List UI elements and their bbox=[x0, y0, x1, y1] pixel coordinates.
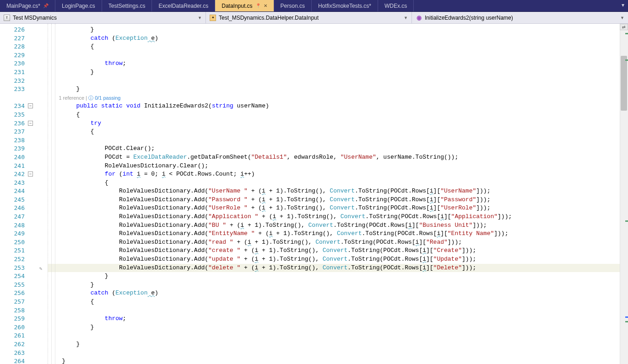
code-line[interactable]: catch (Exception e) bbox=[48, 289, 628, 298]
line-number: 252 bbox=[0, 255, 36, 264]
code-line[interactable]: for (int i = 0; i < POCdt.Rows.Count; i+… bbox=[48, 170, 628, 179]
line-number: 261 bbox=[0, 332, 36, 340]
line-number: 240 bbox=[0, 153, 36, 162]
code-line[interactable] bbox=[48, 51, 628, 60]
code-line[interactable]: RoleValuesDictionary.Add("read " + (i + … bbox=[48, 238, 628, 247]
code-line[interactable]: { bbox=[48, 128, 628, 136]
code-line[interactable] bbox=[48, 349, 628, 358]
code-line[interactable]: } bbox=[48, 85, 628, 94]
code-line[interactable]: } bbox=[48, 281, 628, 289]
line-number: 235 bbox=[0, 111, 36, 119]
code-line[interactable]: RoleValuesDictionary.Clear(); bbox=[48, 162, 628, 171]
code-line[interactable]: RoleValuesDictionary.Add("UserRole " + (… bbox=[48, 204, 628, 213]
line-number: 254 bbox=[0, 272, 36, 281]
line-number: 227 bbox=[0, 34, 36, 43]
line-number: 259 bbox=[0, 315, 36, 323]
code-line[interactable]: } bbox=[48, 323, 628, 332]
code-line[interactable]: RoleValuesDictionary.Add("Password " + (… bbox=[48, 196, 628, 204]
chevron-down-icon[interactable]: ▼ bbox=[404, 16, 408, 20]
code-line[interactable]: RoleValuesDictionary.Add("EntityName " +… bbox=[48, 230, 628, 238]
code-line[interactable]: } bbox=[48, 272, 628, 281]
pin-icon[interactable]: 📌 bbox=[43, 3, 49, 8]
code-line[interactable]: } bbox=[48, 68, 628, 77]
file-tab-bar: MainPage.cs*📌 LoginPage.cs TestSettings.… bbox=[0, 0, 628, 12]
tab-wdex[interactable]: WDEx.cs bbox=[378, 0, 414, 11]
code-line[interactable]: } bbox=[48, 340, 628, 349]
line-number: 249 bbox=[0, 230, 36, 238]
nav-class-dropdown[interactable]: ✦ Test_MSDynamics.DataHelper.DataInput ▼ bbox=[206, 12, 412, 23]
line-number: 241 bbox=[0, 162, 36, 171]
code-line[interactable]: POCdt = ExcelDataReader.getDataFromSheet… bbox=[48, 153, 628, 162]
code-line[interactable]: RoleValuesDictionary.Add("delete " + (i … bbox=[48, 264, 628, 273]
line-number: 247 bbox=[0, 213, 36, 221]
code-line[interactable]: RoleValuesDictionary.Add("create " + (i … bbox=[48, 246, 628, 255]
line-number: 236− bbox=[0, 119, 36, 128]
project-icon: T bbox=[4, 15, 10, 21]
scrollbar-thumb[interactable] bbox=[621, 56, 627, 111]
code-line[interactable]: { bbox=[48, 298, 628, 306]
line-number: 228 bbox=[0, 43, 36, 51]
code-line[interactable]: public static void InitializeEdwards2(st… bbox=[48, 102, 628, 111]
code-line[interactable]: RoleValuesDictionary.Add("BU " + (i + 1)… bbox=[48, 221, 628, 230]
code-line[interactable]: throw; bbox=[48, 315, 628, 323]
tab-overflow-button[interactable]: ▾ bbox=[618, 0, 628, 11]
nav-member-dropdown[interactable]: ◉ InitializeEdwards2(string userName) ▼ bbox=[412, 12, 628, 23]
line-number: 260 bbox=[0, 323, 36, 332]
line-number: 253✎ bbox=[0, 264, 36, 273]
vertical-scrollbar[interactable] bbox=[620, 24, 628, 364]
fold-toggle[interactable]: − bbox=[28, 121, 33, 126]
line-number: 234− bbox=[0, 102, 36, 111]
line-number: 244 bbox=[0, 187, 36, 196]
line-number: 246 bbox=[0, 204, 36, 213]
code-line[interactable]: try bbox=[48, 119, 628, 128]
code-area[interactable]: } catch (Exception e) { throw; } } 1 ref… bbox=[36, 24, 628, 364]
tab-exceldatareader[interactable]: ExcelDataReader.cs bbox=[152, 0, 215, 11]
nav-project-label: Test MSDynamics bbox=[13, 15, 57, 21]
code-line[interactable]: RoleValuesDictionary.Add("Application " … bbox=[48, 213, 628, 221]
line-number-gutter: 226227228229230231232233234−235236−23723… bbox=[0, 24, 36, 364]
code-line[interactable] bbox=[48, 136, 628, 145]
code-line[interactable]: RoleValuesDictionary.Add("update " + (i … bbox=[48, 255, 628, 264]
code-line[interactable]: catch (Exception e) bbox=[48, 34, 628, 43]
tab-datainput[interactable]: DataInput.cs📍✕ bbox=[215, 0, 274, 11]
line-number: 262 bbox=[0, 340, 36, 349]
code-line[interactable]: { bbox=[48, 111, 628, 119]
line-number: 233 bbox=[0, 85, 36, 94]
code-line[interactable]: { bbox=[48, 179, 628, 187]
line-number: 239 bbox=[0, 145, 36, 153]
code-line[interactable] bbox=[48, 332, 628, 340]
line-number: 264 bbox=[0, 357, 36, 364]
tab-loginpage[interactable]: LoginPage.cs bbox=[55, 0, 102, 11]
line-number: 230 bbox=[0, 59, 36, 68]
code-line[interactable]: 1 reference | ⓘ 0/1 passing bbox=[48, 94, 628, 102]
line-number: 251 bbox=[0, 246, 36, 255]
split-editor-button[interactable]: ⇄ bbox=[620, 24, 628, 30]
fold-toggle[interactable]: − bbox=[28, 103, 33, 108]
line-number: 263 bbox=[0, 349, 36, 358]
nav-project-dropdown[interactable]: T Test MSDynamics ▼ bbox=[0, 12, 206, 23]
code-line[interactable]: } bbox=[48, 357, 628, 364]
chevron-down-icon[interactable]: ▼ bbox=[198, 16, 202, 20]
code-line[interactable] bbox=[48, 306, 628, 315]
line-number: 256 bbox=[0, 289, 36, 298]
pin-icon[interactable]: 📍 bbox=[255, 3, 261, 8]
code-line[interactable]: RoleValuesDictionary.Add("UserName " + (… bbox=[48, 187, 628, 196]
line-number: 226 bbox=[0, 26, 36, 34]
tab-person[interactable]: Person.cs bbox=[274, 0, 312, 11]
code-line[interactable]: throw; bbox=[48, 59, 628, 68]
line-number: 257 bbox=[0, 298, 36, 306]
close-icon[interactable]: ✕ bbox=[264, 3, 267, 8]
method-icon: ◉ bbox=[416, 15, 422, 21]
code-line[interactable]: { bbox=[48, 43, 628, 51]
tab-hotfix[interactable]: HotfixSmokeTests.cs* bbox=[312, 0, 378, 11]
tab-testsettings[interactable]: TestSettings.cs bbox=[102, 0, 152, 11]
code-line[interactable]: POCdt.Clear(); bbox=[48, 145, 628, 153]
chevron-down-icon[interactable]: ▼ bbox=[620, 16, 624, 20]
code-line[interactable] bbox=[48, 77, 628, 86]
navigation-bar: T Test MSDynamics ▼ ✦ Test_MSDynamics.Da… bbox=[0, 12, 628, 24]
line-number: 245 bbox=[0, 196, 36, 204]
code-line[interactable]: } bbox=[48, 26, 628, 34]
tab-mainpage[interactable]: MainPage.cs*📌 bbox=[0, 0, 55, 11]
fold-toggle[interactable]: − bbox=[28, 171, 33, 177]
line-number: 255 bbox=[0, 281, 36, 289]
